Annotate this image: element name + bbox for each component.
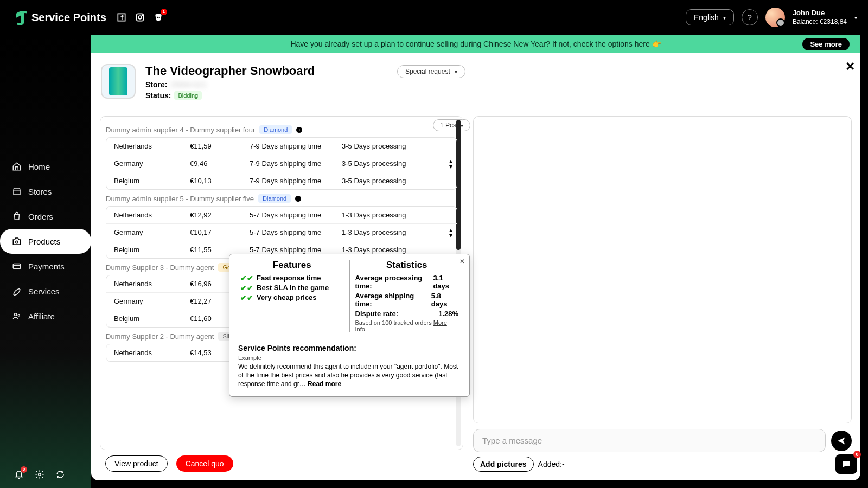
product-header: The Videographer Snowboard Store: 25664-… bbox=[91, 53, 860, 102]
price: €10,13 bbox=[190, 177, 250, 185]
promo-banner: Have you already set up a plan to contin… bbox=[91, 35, 860, 53]
instagram-icon[interactable] bbox=[135, 12, 145, 23]
user-name: John Due bbox=[793, 9, 847, 18]
sidebar-item-label: Services bbox=[28, 287, 60, 296]
price-row[interactable]: Germany€9,467-9 Days shipping time3-5 Da… bbox=[106, 155, 457, 172]
shipping: 7-9 Days shipping time bbox=[250, 159, 342, 168]
affiliate-icon bbox=[12, 311, 22, 321]
svg-point-4 bbox=[158, 17, 160, 18]
country: Belgium bbox=[114, 177, 190, 185]
user-menu-caret[interactable]: ▾ bbox=[854, 15, 857, 21]
processing: 3-5 Days processing bbox=[342, 177, 434, 185]
price-row[interactable]: Netherlands€11,597-9 Days shipping time3… bbox=[106, 138, 457, 155]
supplier-name: Dummy admin supplier 4 - Dummy supplier … bbox=[106, 126, 255, 134]
view-product-button[interactable]: View product bbox=[105, 455, 168, 472]
sidebar-item-affiliate[interactable]: Affiliate bbox=[0, 304, 91, 329]
supplier-name: Dummy Supplier 3 - Dummy agent bbox=[106, 264, 214, 272]
status-label: Status: bbox=[145, 91, 171, 100]
price-card[interactable]: Netherlands€11,597-9 Days shipping time3… bbox=[106, 137, 457, 190]
discord-icon[interactable]: 1 bbox=[153, 12, 164, 23]
send-button[interactable] bbox=[831, 431, 852, 451]
chat-bubble-icon bbox=[841, 459, 851, 469]
bell-icon[interactable]: 0 bbox=[14, 470, 24, 479]
chevron-down-icon: ▾ bbox=[449, 233, 452, 238]
stat-dispute-label: Dispute rate: bbox=[355, 310, 398, 318]
main-panel: Have you already set up a plan to contin… bbox=[91, 35, 860, 480]
stat-footnote: Based on 100 tracked orders More Info bbox=[355, 319, 459, 332]
price-row[interactable]: Netherlands€12,925-7 Days shipping time1… bbox=[106, 207, 457, 223]
check-icon: ✔✔ bbox=[240, 294, 253, 301]
add-pictures-button[interactable]: Add pictures bbox=[473, 457, 534, 472]
chat-input[interactable]: Type a message bbox=[473, 429, 826, 452]
price: €11,59 bbox=[190, 142, 250, 150]
sidebar-item-services[interactable]: Services bbox=[0, 279, 91, 304]
facebook-icon[interactable] bbox=[116, 12, 127, 23]
feature-item: ✔✔Best SLA in the game bbox=[240, 284, 344, 292]
stores-icon bbox=[12, 187, 22, 196]
price-row[interactable]: Germany€10,175-7 Days shipping time1-3 D… bbox=[106, 223, 457, 241]
product-thumbnail[interactable] bbox=[101, 64, 136, 99]
read-more-link[interactable]: Read more bbox=[308, 380, 341, 388]
settings-icon[interactable] bbox=[35, 470, 44, 479]
sidebar-item-label: Affiliate bbox=[28, 312, 55, 321]
banner-text: Have you already set up a plan to contin… bbox=[290, 40, 661, 48]
product-title: The Videographer Snowboard bbox=[145, 64, 315, 78]
special-request-dropdown[interactable]: Special request ▾ bbox=[397, 65, 465, 78]
shipping: 5-7 Days shipping time bbox=[250, 228, 342, 236]
sidebar-item-label: Payments bbox=[28, 262, 65, 271]
refresh-icon[interactable] bbox=[55, 470, 65, 479]
send-icon bbox=[837, 436, 846, 446]
supplier-header: Dummy admin supplier 4 - Dummy supplier … bbox=[106, 125, 457, 134]
recommendation-heading: Service Points recommendation: bbox=[238, 344, 461, 352]
popover-close[interactable]: ✕ bbox=[459, 258, 465, 265]
user-info[interactable]: John Due Balance: €2318,84 bbox=[793, 9, 847, 26]
help-button[interactable]: ? bbox=[742, 9, 758, 25]
sidebar-item-orders[interactable]: Orders bbox=[0, 204, 91, 229]
svg-point-3 bbox=[157, 17, 158, 18]
info-icon[interactable]: i bbox=[295, 196, 301, 202]
sort-arrows[interactable]: ▴▾ bbox=[449, 158, 452, 169]
sidebar-item-payments[interactable]: Payments bbox=[0, 254, 91, 279]
recommendation-body: We definitely recommend this agent to in… bbox=[238, 362, 461, 389]
support-chat-badge: 0 bbox=[853, 451, 861, 458]
sidebar-item-stores[interactable]: Stores bbox=[0, 179, 91, 204]
avatar[interactable] bbox=[765, 8, 785, 27]
sidebar-item-products[interactable]: Products bbox=[0, 229, 91, 254]
supplier-header: Dummy admin supplier 5 - Dummy supplier … bbox=[106, 194, 457, 203]
price-card[interactable]: Netherlands€12,925-7 Days shipping time1… bbox=[106, 206, 457, 259]
logo-icon bbox=[11, 9, 27, 25]
social-icons: 1 bbox=[116, 12, 164, 23]
support-chat-fab[interactable]: 0 bbox=[835, 454, 857, 474]
stat-ship-label: Average shipping time: bbox=[355, 292, 431, 308]
info-icon[interactable]: i bbox=[296, 127, 302, 133]
country: Belgium bbox=[114, 246, 190, 254]
shipping: 7-9 Days shipping time bbox=[250, 142, 342, 150]
store-label: Store: bbox=[145, 80, 167, 89]
country: Netherlands bbox=[114, 280, 190, 288]
payments-icon bbox=[12, 261, 22, 271]
language-label: English bbox=[694, 13, 719, 22]
sidebar-item-label: Stores bbox=[28, 187, 52, 196]
caret-down-icon: ▾ bbox=[455, 69, 457, 75]
svg-point-2 bbox=[142, 15, 143, 16]
status-badge: Bidding bbox=[174, 91, 202, 100]
brand-name: Service Points bbox=[31, 11, 106, 24]
cancel-quote-button[interactable]: Cancel quo bbox=[176, 455, 233, 472]
brand-logo[interactable]: Service Points bbox=[11, 9, 106, 25]
caret-down-icon: ▾ bbox=[723, 15, 726, 21]
sort-arrows[interactable]: ▴▾ bbox=[449, 227, 452, 238]
chevron-down-icon: ▾ bbox=[449, 164, 452, 169]
store-value: 25664-b21 bbox=[170, 80, 207, 89]
sidebar-item-home[interactable]: Home bbox=[0, 154, 91, 179]
processing: 3-5 Days processing bbox=[342, 142, 434, 150]
language-select[interactable]: English ▾ bbox=[686, 9, 734, 25]
price-row[interactable]: Belgium€10,137-9 Days shipping time3-5 D… bbox=[106, 172, 457, 189]
close-button[interactable]: ✕ bbox=[845, 60, 855, 74]
stat-ship-value: 5.8 days bbox=[431, 292, 458, 308]
price: €11,55 bbox=[190, 246, 250, 254]
svg-rect-6 bbox=[13, 264, 21, 269]
vertical-divider bbox=[349, 260, 350, 332]
sidebar-item-label: Products bbox=[28, 237, 60, 246]
recommendation-example-label: Example bbox=[238, 355, 461, 361]
banner-cta[interactable]: See more bbox=[802, 38, 850, 50]
